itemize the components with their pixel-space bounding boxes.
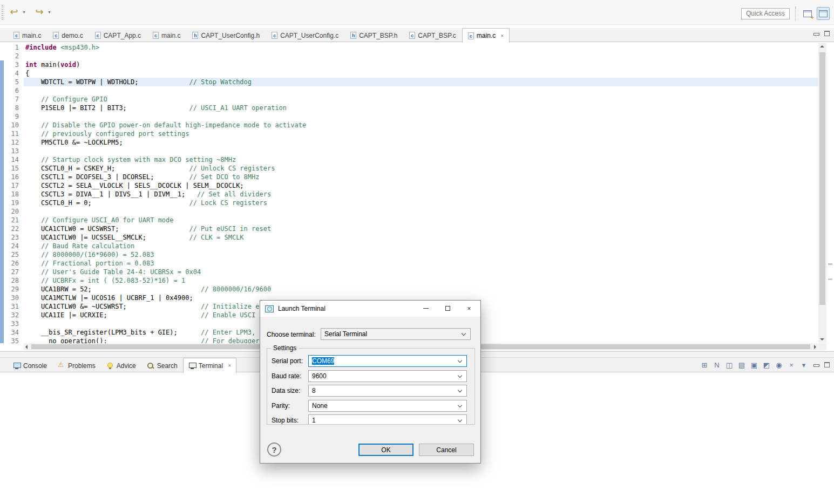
scroll-left-icon[interactable]	[25, 345, 28, 349]
scroll-up-icon[interactable]	[820, 45, 824, 47]
terminal-toolbar: ⊞N◫▤▣◩◉×▾	[699, 360, 809, 371]
editor-tab[interactable]: c demo.c	[47, 28, 89, 42]
editor-tab[interactable]: c main.c ×	[462, 28, 510, 43]
ok-button[interactable]: OK	[358, 444, 413, 456]
line-number: 2	[0, 52, 22, 60]
chevron-down-icon	[462, 331, 466, 336]
minimize-panel-button[interactable]	[813, 362, 819, 367]
source-file-icon: c	[468, 32, 474, 39]
paste-icon[interactable]: ◩	[761, 360, 772, 371]
editor-tab-label: CAPT_App.c	[104, 32, 141, 39]
cancel-button[interactable]: Cancel	[419, 444, 474, 456]
code-text: P1SEL0 |= BIT2 | BIT3; // USCI_A1 UART o…	[22, 104, 287, 112]
toolbar-separator	[795, 6, 796, 21]
duplicate-view-icon[interactable]: ▤	[736, 360, 747, 371]
chevron-down-icon	[458, 388, 462, 392]
new-view-icon[interactable]: ◫	[724, 360, 735, 371]
code-text: // User's Guide Table 24-4: UCBRSx = 0x0…	[22, 268, 201, 276]
line-number: 4	[0, 69, 22, 78]
editor-tab[interactable]: c CAPT_BSP.c	[403, 28, 462, 42]
pin-icon[interactable]: ▾	[798, 360, 809, 371]
back-button[interactable]: ↩	[8, 4, 21, 19]
editor-tab[interactable]: c main.c	[8, 28, 47, 42]
editor-tabs: c main.c c demo.c c CAPT_App.c c main.c …	[8, 28, 510, 42]
bottom-tab-advice[interactable]: Advice	[101, 358, 141, 373]
code-text	[22, 52, 25, 60]
editor-tab[interactable]: c main.c	[147, 28, 186, 42]
connect-terminal-icon[interactable]: N	[711, 360, 722, 371]
overview-ruler-mark[interactable]	[828, 263, 832, 265]
clear-icon[interactable]: ×	[786, 360, 797, 371]
line-number: 1	[0, 43, 22, 52]
editor-tab-label: demo.c	[62, 32, 83, 39]
line-number: 34	[0, 328, 22, 337]
tab-close-icon[interactable]: ×	[228, 363, 231, 369]
editor-tab[interactable]: h CAPT_UserConfig.h	[186, 28, 266, 42]
new-terminal-icon[interactable]: ⊞	[699, 360, 710, 371]
back-history-dropdown[interactable]: ▾	[21, 4, 28, 19]
chevron-down-icon	[458, 418, 462, 422]
help-button[interactable]: ?	[267, 442, 281, 457]
maximize-panel-button[interactable]	[824, 362, 830, 367]
code-line: 6	[0, 86, 818, 95]
dialog-close-button[interactable]: ×	[458, 301, 480, 316]
copy-icon[interactable]: ▣	[749, 360, 760, 371]
code-text: int main(void)	[22, 60, 80, 69]
editor-tab[interactable]: h CAPT_BSP.h	[344, 28, 403, 42]
open-perspective-icon	[803, 10, 812, 17]
line-number: 32	[0, 311, 22, 319]
code-line: 7 // Configure GPIO	[0, 95, 818, 104]
bottom-tab-search[interactable]: Search	[141, 358, 183, 373]
code-line: 11 // previously configured port setting…	[0, 130, 818, 138]
data-size-combo[interactable]: 8	[308, 385, 467, 397]
problems-icon	[58, 362, 65, 369]
bottom-tab-terminal[interactable]: Terminal ×	[183, 358, 236, 373]
code-text: UCA1CTLW0 = UCSWRST; // Put eUSCI in res…	[22, 224, 271, 233]
vertical-scroll-thumb[interactable]	[819, 52, 825, 305]
code-line: 19 CSCTL0_H = 0; // Lock CS registers	[0, 199, 818, 207]
bottom-tab-console[interactable]: Console	[8, 358, 52, 373]
current-perspective-button[interactable]	[817, 7, 830, 20]
dialog-minimize-button[interactable]	[415, 301, 437, 316]
forward-button[interactable]: ↪	[33, 4, 46, 19]
field-label: Stop bits:	[272, 414, 299, 424]
open-perspective-button[interactable]	[801, 7, 814, 20]
editor-tab-label: CAPT_UserConfig.h	[201, 32, 260, 39]
parity-combo[interactable]: None	[308, 400, 467, 412]
toolbar-drag-handle[interactable]	[2, 5, 4, 20]
dialog-maximize-button[interactable]	[437, 301, 458, 316]
line-number: 15	[0, 164, 22, 173]
forward-history-dropdown[interactable]: ▾	[46, 4, 53, 19]
line-number: 20	[0, 207, 22, 216]
code-line: 1 #include <msp430.h>	[0, 43, 818, 52]
stop-bits-combo[interactable]: 1	[308, 414, 467, 424]
editor-tab[interactable]: c CAPT_App.c	[89, 28, 147, 42]
maximize-editor-button[interactable]	[824, 31, 830, 36]
code-text: CSCTL3 = DIVA__1 | DIVS__1 | DIVM__1; //…	[22, 190, 271, 199]
code-text	[22, 147, 25, 155]
code-text: // 8000000/(16*9600) = 52.083	[22, 250, 154, 259]
bottom-tab-problems[interactable]: Problems	[52, 358, 101, 373]
back-icon: ↩	[10, 6, 18, 17]
serial-port-combo[interactable]: COM69	[308, 355, 467, 367]
scroll-lock-icon[interactable]: ◉	[774, 360, 784, 371]
code-line: 5 WDTCTL = WDTPW | WDTHOLD; // Stop Watc…	[0, 78, 818, 86]
overview-ruler-mark[interactable]	[828, 278, 832, 280]
chevron-down-icon: ▾	[48, 10, 50, 15]
baud-rate-combo[interactable]: 9600	[308, 370, 467, 382]
tab-close-icon[interactable]: ×	[500, 33, 504, 39]
minimize-editor-button[interactable]	[813, 31, 819, 36]
scroll-down-icon[interactable]	[820, 338, 824, 340]
baud-rate-row: Baud rate: 9600	[267, 370, 474, 385]
vertical-scrollbar[interactable]	[818, 43, 826, 343]
forward-icon: ↪	[35, 6, 43, 17]
quick-access-box[interactable]: Quick Access	[741, 8, 790, 19]
code-line: 28 // UCBRFx = int ( (52.083-52)*16) = 1	[0, 276, 818, 285]
editor-tab[interactable]: c CAPT_UserConfig.c	[266, 28, 344, 42]
code-line: 16 CSCTL1 = DCOFSEL_3 | DCORSEL; // Set …	[0, 173, 818, 181]
console-icon	[13, 362, 21, 369]
choose-terminal-combo[interactable]: Serial Terminal	[321, 328, 471, 340]
field-label: Parity:	[272, 400, 290, 412]
dialog-titlebar[interactable]: Launch Terminal ×	[260, 301, 480, 317]
scroll-right-icon[interactable]	[814, 345, 816, 349]
